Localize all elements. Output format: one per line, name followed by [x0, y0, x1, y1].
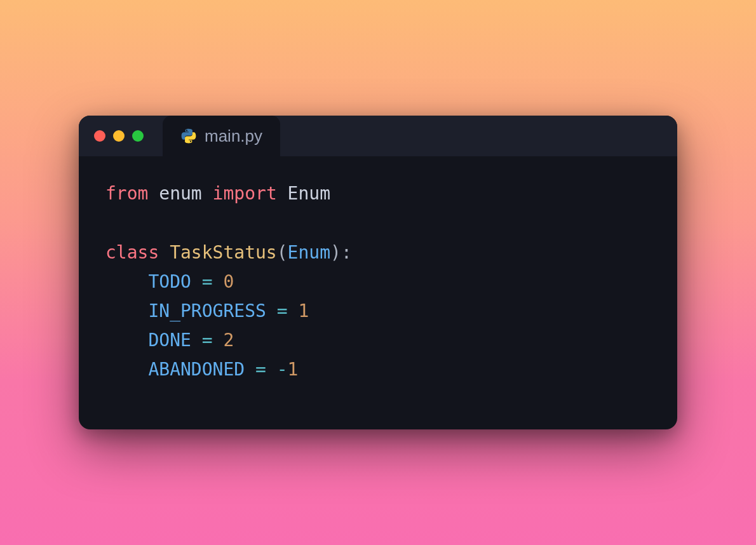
member-done: DONE	[148, 330, 191, 351]
member-todo: TODO	[148, 271, 191, 292]
tab-filename: main.py	[205, 126, 262, 146]
file-tab[interactable]: main.py	[163, 116, 280, 156]
base-class-enum: Enum	[288, 242, 330, 263]
python-icon	[180, 128, 197, 144]
import-enum-class: Enum	[288, 183, 330, 204]
member-in-progress: IN_PROGRESS	[148, 300, 266, 321]
indent	[105, 271, 148, 292]
maximize-button[interactable]	[132, 130, 144, 142]
value-neg1: 1	[288, 359, 299, 380]
close-button[interactable]	[94, 130, 105, 142]
assign-op: =	[202, 330, 213, 351]
code-editor[interactable]: from enum import Enum class TaskStatus(E…	[79, 156, 677, 429]
keyword-from: from	[105, 183, 148, 204]
member-abandoned: ABANDONED	[148, 359, 245, 380]
neg-op: -	[277, 359, 288, 380]
indent	[105, 330, 148, 351]
colon: :	[341, 242, 352, 263]
value-0: 0	[223, 271, 234, 292]
module-enum: enum	[159, 183, 201, 204]
assign-op: =	[255, 359, 266, 380]
paren-close: )	[330, 242, 341, 263]
paren-open: (	[277, 242, 288, 263]
editor-window: main.py from enum import Enum class Task…	[79, 116, 677, 429]
value-2: 2	[223, 330, 234, 351]
assign-op: =	[277, 300, 288, 321]
window-titlebar: main.py	[79, 116, 677, 156]
keyword-class: class	[105, 242, 159, 263]
keyword-import: import	[213, 183, 277, 204]
minimize-button[interactable]	[113, 130, 125, 142]
traffic-lights	[94, 130, 144, 142]
indent	[105, 300, 148, 321]
class-name-taskstatus: TaskStatus	[170, 242, 277, 263]
assign-op: =	[202, 271, 213, 292]
indent	[105, 359, 148, 380]
value-1: 1	[298, 300, 309, 321]
